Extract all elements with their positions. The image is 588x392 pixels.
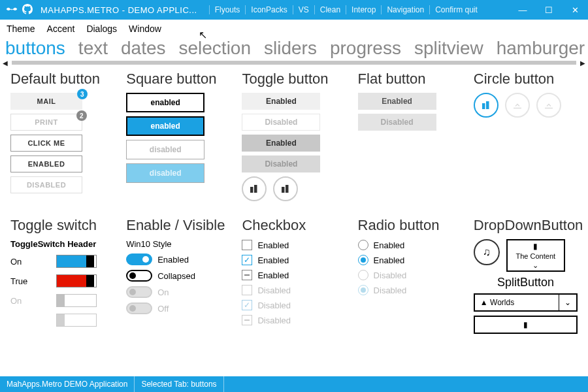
- toggle-enabled-button[interactable]: Enabled: [242, 93, 320, 110]
- section-title: Toggle switch: [10, 217, 114, 234]
- split-button[interactable]: ▲ Worlds ⌄: [474, 293, 578, 312]
- tab-progress[interactable]: progress: [330, 38, 401, 59]
- minimize-button[interactable]: —: [510, 0, 536, 20]
- toggle-disabled-button: Disabled: [242, 114, 320, 131]
- svg-rect-2: [282, 187, 285, 193]
- status-tab: Selected Tab: buttons: [135, 376, 223, 392]
- radio-disabled-checked: Disabled: [358, 284, 462, 296]
- square-accent-disabled-button: disabled: [126, 163, 204, 183]
- flat-enabled-button[interactable]: Enabled: [358, 93, 436, 110]
- menu-theme[interactable]: Theme: [7, 24, 35, 34]
- mail-button[interactable]: MAIL 3: [10, 93, 82, 110]
- dropdown-content-button[interactable]: ▮ The Content ⌄: [506, 239, 565, 272]
- tab-text[interactable]: text: [78, 38, 108, 59]
- print-badge: 2: [76, 110, 87, 121]
- section-title: Default button: [10, 71, 114, 88]
- svg-rect-3: [286, 185, 289, 193]
- tab-buttons[interactable]: buttons: [5, 38, 65, 59]
- checkbox-section: Checkbox Enabled ✓Enabled Enabled Disabl…: [242, 217, 346, 334]
- win10-style-label: Win10 Style: [126, 239, 230, 249]
- section-title: DropDownButton: [474, 217, 578, 234]
- ts-on-label: On: [10, 257, 56, 267]
- toggle-checked-button[interactable]: Enabled: [242, 135, 320, 152]
- mail-badge: 3: [77, 89, 88, 99]
- toggle-switch-off[interactable]: [56, 294, 97, 307]
- circle-button-2[interactable]: [505, 93, 530, 118]
- w10-toggle-collapsed[interactable]: [126, 270, 152, 282]
- circle-toggle-2[interactable]: [273, 176, 298, 201]
- cmd-iconpacks[interactable]: IconPacks: [245, 5, 292, 14]
- section-title: Checkbox: [242, 217, 346, 234]
- checkbox-indeterminate[interactable]: Enabled: [242, 269, 346, 281]
- menu-bar: Theme Accent Dialogs Window: [0, 20, 588, 38]
- flat-disabled-button: Disabled: [358, 114, 436, 131]
- close-button[interactable]: ✕: [562, 0, 588, 20]
- dropdown-section: DropDownButton ♫ ▮ The Content ⌄ SplitBu…: [474, 217, 578, 334]
- checkbox-disabled: Disabled: [242, 284, 346, 296]
- cmd-confirm-quit[interactable]: Confirm quit: [429, 5, 483, 14]
- radio-unchecked[interactable]: Enabled: [358, 239, 462, 251]
- menu-dialogs[interactable]: Dialogs: [86, 24, 117, 34]
- book-icon: ▮: [533, 242, 538, 251]
- w10-toggle-off-disabled: [126, 302, 152, 314]
- circle-button-accent[interactable]: [474, 93, 498, 118]
- w10-toggle-enabled[interactable]: [126, 253, 152, 265]
- toggle-switch-section: Toggle switch ToggleSwitch Header On Tru…: [10, 217, 114, 334]
- splitbutton-title: SplitButton: [474, 276, 578, 289]
- tab-sliders[interactable]: sliders: [264, 38, 317, 59]
- scroll-track[interactable]: [12, 61, 576, 65]
- tab-splitview[interactable]: splitview: [414, 38, 483, 59]
- w10-toggle-on-disabled: [126, 286, 152, 298]
- cmd-clean[interactable]: Clean: [314, 5, 346, 14]
- chevron-down-icon[interactable]: ⌄: [559, 295, 571, 310]
- app-logo-icon: [5, 5, 18, 16]
- toggleswitch-header: ToggleSwitch Header: [10, 239, 114, 249]
- horizontal-scrollbar[interactable]: ◀ ▶: [0, 59, 588, 67]
- cmd-flyouts[interactable]: Flyouts: [209, 5, 246, 14]
- split-button-2[interactable]: ▮: [474, 316, 578, 334]
- maximize-button[interactable]: ☐: [536, 0, 562, 20]
- tab-selection[interactable]: selection: [179, 38, 252, 59]
- tab-hamburger[interactable]: hamburger: [497, 38, 585, 59]
- scroll-right-icon[interactable]: ▶: [580, 59, 585, 67]
- tab-dates[interactable]: dates: [121, 38, 166, 59]
- menu-accent[interactable]: Accent: [47, 24, 75, 34]
- enabled-button[interactable]: ENABLED: [10, 155, 82, 172]
- square-accent-button[interactable]: enabled: [126, 116, 204, 136]
- section-title: Flat button: [358, 71, 462, 88]
- radio-checked[interactable]: Enabled: [358, 254, 462, 266]
- dropdown-circle-button[interactable]: ♫: [474, 239, 500, 265]
- cmd-vs[interactable]: VS: [293, 5, 314, 14]
- cmd-navigation[interactable]: Navigation: [381, 5, 429, 14]
- circle-toggle-1[interactable]: [242, 176, 267, 201]
- chevron-down-icon: ⌄: [532, 261, 538, 270]
- checkbox-checked[interactable]: ✓Enabled: [242, 254, 346, 266]
- enable-visible-section: Enable / Visible Win10 Style Enabled Col…: [126, 217, 230, 334]
- square-button-section: Square button enabled enabled disabled d…: [126, 71, 230, 201]
- svg-rect-1: [254, 185, 257, 193]
- github-icon[interactable]: [22, 4, 33, 16]
- flat-button-section: Flat button Enabled Disabled: [358, 71, 462, 201]
- section-title: Square button: [126, 71, 230, 88]
- radio-section: Radio button Enabled Enabled Disabled Di…: [358, 217, 462, 334]
- toggle-switch-on[interactable]: [56, 255, 97, 268]
- ts-true-label: True: [10, 276, 56, 286]
- radio-disabled: Disabled: [358, 269, 462, 281]
- menu-window[interactable]: Window: [129, 24, 161, 34]
- toggle-switch-true[interactable]: [56, 274, 97, 287]
- click-me-button[interactable]: CLICK ME: [10, 135, 82, 152]
- cmd-interop[interactable]: Interop: [346, 5, 381, 14]
- section-title: Circle button: [474, 71, 578, 88]
- square-enabled-button[interactable]: enabled: [126, 93, 204, 112]
- section-title: Enable / Visible: [126, 217, 230, 234]
- svg-rect-5: [486, 101, 489, 109]
- scroll-left-icon[interactable]: ◀: [3, 59, 8, 67]
- svg-rect-0: [250, 187, 253, 193]
- print-button: PRINT 2: [10, 114, 82, 131]
- checkbox-unchecked[interactable]: Enabled: [242, 239, 346, 251]
- section-title: Radio button: [358, 217, 462, 234]
- circle-button-3[interactable]: [536, 93, 561, 118]
- status-bar: MahApps.Metro DEMO Application Selected …: [0, 376, 588, 392]
- toggle-switch-disabled: [56, 314, 97, 327]
- toggle-button-section: Toggle button Enabled Disabled Enabled D…: [242, 71, 346, 201]
